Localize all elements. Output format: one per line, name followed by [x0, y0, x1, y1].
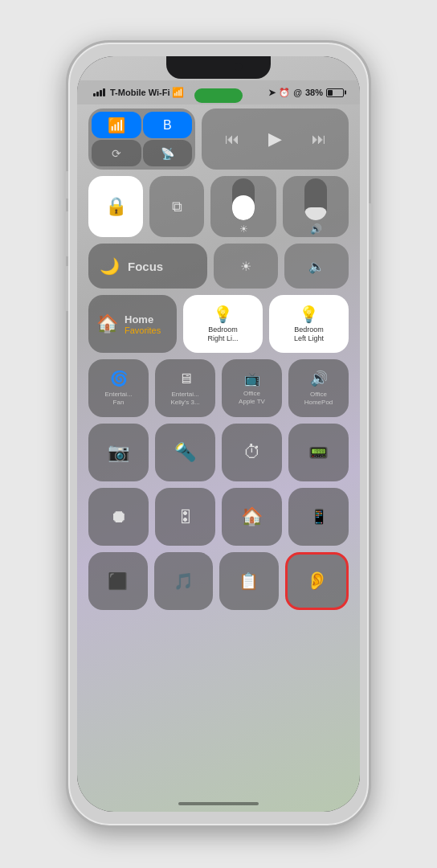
torch-icon: 🔦 — [174, 442, 196, 463]
office-appletv-button[interactable]: 📺 OfficeApple TV — [222, 359, 282, 417]
green-indicator — [194, 88, 243, 103]
phone-screen: T-Mobile Wi-Fi 📶 ➤ ⏰ @ 38% — [77, 56, 360, 812]
volume-track — [304, 178, 327, 220]
signal-bar-4 — [103, 88, 105, 96]
battery-icon — [326, 88, 344, 97]
torch-button[interactable]: 🔦 — [155, 424, 215, 481]
media-play-icon[interactable]: ▶ — [268, 129, 282, 149]
bedroom-right-label: BedroomRight Li... — [207, 326, 238, 343]
home-favorites-button[interactable]: 🏠 Home Favorites — [88, 295, 177, 353]
location-icon: ➤ — [268, 88, 276, 98]
home-subtitle: Favorites — [125, 326, 161, 335]
camera-dot — [235, 63, 243, 71]
battery-fill — [328, 90, 333, 96]
mute-button[interactable] — [64, 171, 68, 199]
sound-recognition-button[interactable]: 🎛 — [155, 488, 215, 546]
appletv-label: OfficeApple TV — [239, 390, 265, 405]
bedroom-right-light-button[interactable]: 💡 BedroomRight Li... — [183, 295, 263, 353]
brightness-fill — [232, 195, 255, 220]
volume-slider[interactable]: 🔊 — [283, 176, 349, 237]
fan-label: Entertai...Fan — [104, 391, 132, 406]
brightness-slider[interactable]: ☀ — [210, 176, 276, 237]
tv-icon: 🖥 — [178, 371, 193, 387]
status-left: T-Mobile Wi-Fi 📶 — [93, 87, 184, 98]
volume-tile-small[interactable]: 🔈 — [284, 244, 349, 289]
notes-icon: 📋 — [239, 571, 259, 591]
entertain-tv-button[interactable]: 🖥 Entertai...Kelly's 3... — [155, 359, 215, 417]
hotspot-button[interactable]: 📡 — [143, 140, 193, 166]
screen-record-button[interactable]: ⏺ — [88, 488, 149, 546]
focus-button[interactable]: 🌙 Focus — [88, 244, 207, 289]
bedroom-left-light-button[interactable]: 💡 BedroomLeft Light — [269, 295, 349, 353]
media-next-icon[interactable]: ⏭ — [312, 131, 326, 148]
remote-icon: 📟 — [308, 443, 329, 462]
screen-mirror-button[interactable]: ⧉ — [149, 176, 204, 237]
light-bulb-right-icon: 💡 — [213, 305, 233, 324]
media-prev-icon[interactable]: ⏮ — [225, 131, 239, 148]
home-title: Home — [125, 313, 161, 326]
remote-button[interactable]: 📟 — [288, 424, 349, 481]
appletv-remote-button[interactable]: 📱 — [288, 488, 349, 546]
office-homepod-button[interactable]: 🔊 OfficeHomePod — [288, 359, 349, 417]
hearing-icon: 👂 — [306, 571, 328, 592]
shazam-icon: 🎵 — [174, 571, 194, 591]
wifi-button[interactable]: 📶 — [92, 112, 141, 138]
connectivity-block: 📶 B ⟳ 📡 — [88, 108, 195, 170]
home-icon: 🏠 — [96, 313, 118, 334]
notch — [166, 56, 271, 79]
homepod-label: OfficeHomePod — [304, 391, 333, 406]
airdrop-button[interactable]: ⟳ — [92, 140, 141, 166]
phone-frame: T-Mobile Wi-Fi 📶 ➤ ⏰ @ 38% — [66, 40, 371, 828]
control-center: 📶 B ⟳ 📡 ⏮ ▶ — [88, 108, 349, 780]
homepod-icon: 🔊 — [310, 370, 328, 387]
row-smart-tiles: 🌀 Entertai...Fan 🖥 Entertai...Kelly's 3.… — [88, 359, 349, 417]
wifi-btn-icon: 📶 — [108, 117, 125, 134]
brightness-tile-small[interactable]: ☀ — [214, 244, 278, 289]
bluetooth-icon: B — [163, 118, 172, 133]
alarm-icon: ⏰ — [279, 88, 290, 98]
airdrop-icon: ⟳ — [112, 147, 121, 160]
qr-icon: ⬛ — [108, 571, 128, 591]
media-controls: ⏮ ▶ ⏭ — [202, 108, 349, 170]
appletv-icon: 📺 — [244, 371, 260, 387]
tv-label: Entertai...Kelly's 3... — [170, 391, 199, 406]
qr-scanner-button[interactable]: ⬛ — [88, 552, 148, 610]
wifi-icon: 📶 — [172, 87, 184, 98]
shazam-button[interactable]: 🎵 — [154, 552, 214, 610]
notes-button[interactable]: 📋 — [219, 552, 279, 610]
signal-bar-2 — [96, 92, 99, 96]
signal-bars — [93, 88, 105, 96]
screen-lock-button[interactable]: 🔒 — [88, 176, 143, 237]
camera-button[interactable]: 📷 — [88, 424, 149, 481]
hearing-button[interactable]: 👂 — [285, 552, 349, 610]
battery-percent: 38% — [305, 88, 323, 97]
timer-icon: ⏱ — [243, 442, 261, 463]
focus-label: Focus — [128, 260, 163, 273]
tv-remote-icon: 📱 — [310, 508, 328, 526]
volume-small-icon: 🔈 — [308, 259, 325, 274]
entertain-fan-button[interactable]: 🌀 Entertai...Fan — [88, 359, 149, 417]
volume-up-button[interactable] — [64, 211, 68, 256]
home-app-icon: 🏠 — [241, 506, 263, 527]
sun-icon: ☀ — [239, 223, 248, 235]
timer-button[interactable]: ⏱ — [222, 424, 282, 481]
row-utilities: 📷 🔦 ⏱ 📟 — [88, 424, 349, 481]
carrier-label: T-Mobile Wi-Fi — [110, 88, 169, 97]
home-indicator[interactable] — [178, 802, 259, 805]
sun-small-icon: ☀ — [240, 259, 251, 274]
at-icon: @ — [293, 88, 302, 97]
row-home: 🏠 Home Favorites 💡 BedroomRight Li... 💡 … — [88, 295, 349, 353]
screen-background: T-Mobile Wi-Fi 📶 ➤ ⏰ @ 38% — [77, 56, 360, 812]
row-last: ⬛ 🎵 📋 👂 — [88, 552, 349, 610]
bedroom-left-label: BedroomLeft Light — [294, 326, 324, 343]
power-button[interactable] — [369, 203, 373, 260]
home-text: Home Favorites — [125, 313, 161, 335]
row-focus: 🌙 Focus ☀ 🔈 — [88, 244, 349, 289]
row-connectivity-media: 📶 B ⟳ 📡 ⏮ ▶ — [88, 108, 349, 170]
volume-down-button[interactable] — [64, 266, 68, 311]
volume-fill — [304, 207, 327, 220]
mirror-icon: ⧉ — [172, 199, 182, 215]
bluetooth-button[interactable]: B — [143, 112, 193, 138]
sound-icon: 🎛 — [178, 508, 194, 526]
home-app-button[interactable]: 🏠 — [222, 488, 282, 546]
